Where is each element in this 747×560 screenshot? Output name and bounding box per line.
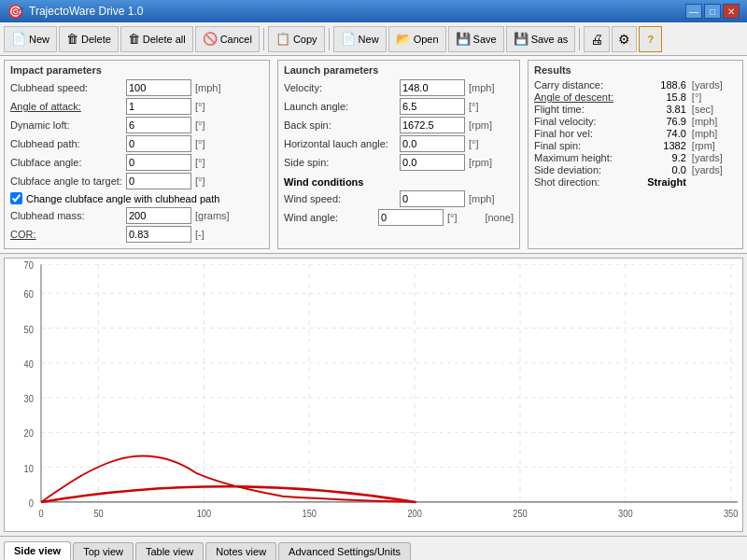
copy-icon: 📋 — [275, 32, 290, 46]
prefs-icon: ⚙ — [618, 32, 630, 47]
results-panel: Results Carry distance: 188.6 [yards] An… — [528, 60, 743, 249]
new1-button[interactable]: 📄 New — [4, 26, 57, 52]
svg-text:50: 50 — [93, 508, 104, 519]
clubhead-path-input[interactable] — [126, 135, 191, 152]
svg-text:150: 150 — [303, 508, 317, 519]
wind-speed-input[interactable] — [400, 190, 465, 207]
params-row: Impact parameters Clubhead speed: [mph] … — [0, 56, 747, 254]
title-bar: 🎯 TrajectoWare Drive 1.0 — □ ✕ — [0, 0, 747, 22]
maximize-button[interactable]: □ — [704, 4, 721, 19]
carry-distance-unit: [yards] — [692, 79, 737, 91]
shot-direction-label: Shot direction: — [534, 176, 627, 188]
cor-input[interactable] — [126, 226, 191, 243]
help-icon: ? — [647, 34, 654, 45]
final-velocity-label: Final velocity: — [534, 116, 627, 127]
clubhead-path-unit: [°] — [195, 138, 233, 149]
final-hor-vel-value: 74.0 — [633, 128, 686, 139]
cancel-icon: 🚫 — [203, 32, 218, 46]
wind-angle-input[interactable] — [378, 209, 444, 226]
delete-all-label: Delete all — [143, 34, 186, 45]
window-controls: — □ ✕ — [685, 4, 740, 19]
clubhead-mass-unit: [grams] — [195, 210, 247, 221]
launch-angle-unit: [°] — [469, 101, 506, 112]
tab-side-view[interactable]: Side view — [4, 541, 71, 560]
new2-button[interactable]: 📄 New — [333, 26, 387, 52]
field-clubhead-path: Clubhead path: [°] — [10, 135, 263, 152]
save-button[interactable]: 💾 Save — [448, 26, 504, 52]
side-deviation-label: Side deviation: — [534, 164, 627, 175]
clubface-angle-target-unit: [°] — [195, 175, 233, 187]
checkbox-row: Change clubface angle with clubhead path — [10, 192, 263, 204]
wind-section-title: Wind conditions — [284, 176, 514, 188]
save-as-button[interactable]: 💾 Save as — [506, 26, 576, 52]
side-deviation-unit: [yards] — [692, 164, 737, 175]
final-hor-vel-unit: [mph] — [692, 128, 737, 139]
clubhead-path-label: Clubhead path: — [10, 138, 122, 149]
svg-text:30: 30 — [24, 393, 35, 404]
launch-panel: Launch parameters Velocity: [mph] Launch… — [277, 60, 520, 249]
cor-unit: [-] — [195, 229, 233, 240]
tab-table-view[interactable]: Table view — [135, 542, 204, 560]
svg-text:20: 20 — [24, 428, 35, 440]
clubhead-speed-input[interactable] — [126, 79, 191, 96]
launch-panel-title: Launch parameters — [284, 64, 514, 76]
svg-text:40: 40 — [24, 358, 35, 370]
tab-advanced-settings[interactable]: Advanced Settings/Units — [278, 542, 411, 560]
wind-speed-label: Wind speed: — [284, 193, 396, 204]
copy-button[interactable]: 📋 Copy — [268, 26, 325, 52]
print-button[interactable]: 🖨 — [584, 26, 610, 52]
cancel-button[interactable]: 🚫 Cancel — [195, 26, 260, 52]
close-button[interactable]: ✕ — [723, 4, 740, 19]
field-clubface-angle: Clubface angle: [°] — [10, 154, 263, 171]
launch-angle-input[interactable] — [400, 98, 465, 115]
clubface-angle-input[interactable] — [126, 154, 191, 171]
tab-top-view[interactable]: Top view — [73, 542, 134, 560]
flight-time-value: 3.81 — [633, 104, 686, 115]
minimize-button[interactable]: — — [685, 4, 702, 19]
help-button[interactable]: ? — [639, 26, 662, 52]
clubhead-mass-input[interactable] — [126, 207, 191, 224]
angle-attack-label[interactable]: Angle of attack: — [10, 101, 122, 112]
flight-time-unit: [sec] — [692, 104, 737, 115]
clubface-checkbox[interactable] — [10, 192, 22, 204]
field-clubhead-speed: Clubhead speed: [mph] — [10, 79, 263, 96]
clubface-angle-target-input[interactable] — [126, 173, 191, 189]
svg-text:50: 50 — [24, 324, 35, 335]
dynamic-loft-input[interactable] — [126, 117, 191, 133]
copy-label: Copy — [293, 34, 317, 45]
wind-none-label: [none] — [485, 212, 514, 223]
final-velocity-value: 76.9 — [633, 116, 686, 127]
delete-button[interactable]: 🗑 Delete — [59, 26, 119, 52]
dynamic-loft-label: Dynamic loft: — [10, 119, 122, 131]
final-hor-vel-label: Final hor vel: — [534, 128, 627, 139]
delete-all-button[interactable]: 🗑 Delete all — [120, 26, 193, 52]
side-spin-input[interactable] — [400, 154, 465, 171]
side-deviation-value: 0.0 — [633, 164, 686, 175]
prefs-button[interactable]: ⚙ — [612, 26, 637, 52]
wind-angle-label: Wind angle: — [284, 212, 374, 223]
svg-text:100: 100 — [197, 508, 212, 519]
impact-panel: Impact parameters Clubhead speed: [mph] … — [4, 60, 270, 249]
velocity-input[interactable] — [400, 79, 465, 96]
cor-label[interactable]: COR: — [10, 229, 122, 240]
tab-notes-view[interactable]: Notes view — [205, 542, 276, 560]
new1-icon: 📄 — [11, 32, 26, 46]
svg-text:200: 200 — [407, 508, 422, 519]
horizontal-launch-input[interactable] — [400, 135, 465, 152]
results-grid: Carry distance: 188.6 [yards] Angle of d… — [534, 79, 737, 188]
back-spin-input[interactable] — [400, 117, 465, 133]
velocity-label: Velocity: — [284, 82, 396, 93]
max-height-unit: [yards] — [692, 152, 737, 163]
main-area: Impact parameters Clubhead speed: [mph] … — [0, 56, 747, 536]
angle-attack-input[interactable] — [126, 98, 191, 115]
toolbar: 📄 New 🗑 Delete 🗑 Delete all 🚫 Cancel 📋 C… — [0, 22, 747, 56]
angle-descent-label[interactable]: Angle of descent: — [534, 91, 627, 103]
open-button[interactable]: 📂 Open — [388, 26, 446, 52]
velocity-unit: [mph] — [469, 82, 506, 93]
flight-time-label: Flight time: — [534, 104, 627, 115]
field-wind-speed: Wind speed: [mph] — [284, 190, 514, 207]
clubface-angle-target-label: Clubface angle to target: — [10, 175, 122, 187]
angle-descent-value: 15.8 — [633, 91, 686, 103]
svg-text:0: 0 — [38, 508, 43, 519]
shot-direction-unit — [692, 176, 737, 188]
